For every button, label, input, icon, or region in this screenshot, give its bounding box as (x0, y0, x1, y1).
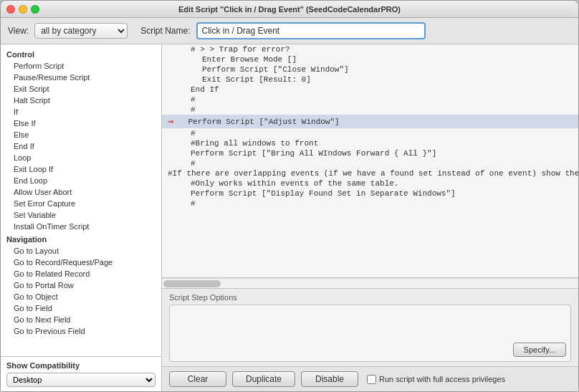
script-line[interactable]: Perform Script ["Bring All WIndows Forwa… (162, 148, 578, 158)
list-item[interactable]: Loop (1, 152, 161, 163)
list-item[interactable]: End Loop (1, 175, 161, 186)
list-item[interactable]: Halt Script (1, 95, 161, 106)
access-privileges-checkbox[interactable] (367, 375, 376, 384)
disable-button[interactable]: Disable (301, 371, 358, 387)
list-item[interactable]: Go to Field (1, 302, 161, 314)
script-editor[interactable]: # > > Trap for error? Enter Browse Mode … (162, 44, 578, 278)
horizontal-scrollbar[interactable] (162, 278, 578, 288)
category-navigation: Navigation (1, 232, 161, 245)
script-line[interactable]: End If (162, 85, 578, 95)
duplicate-button[interactable]: Duplicate (232, 371, 295, 387)
category-control: Control (1, 47, 161, 60)
script-line-selected[interactable]: ⇒Perform Script ["Adjust Window"] (162, 115, 578, 128)
script-line[interactable]: #Only works within events of the same ta… (162, 178, 578, 188)
list-item[interactable]: If (1, 106, 161, 118)
list-item[interactable]: Exit Script (1, 83, 161, 95)
access-privileges-label: Run script with full access privileges (379, 375, 505, 383)
main-area: Control Perform Script Pause/Resume Scri… (1, 44, 578, 391)
list-item[interactable]: Perform Script (1, 60, 161, 72)
right-panel: # > > Trap for error? Enter Browse Mode … (162, 44, 578, 391)
list-item[interactable]: Go to Record/Request/Page (1, 257, 161, 268)
script-list[interactable]: Control Perform Script Pause/Resume Scri… (1, 44, 161, 356)
bottom-bar: Clear Duplicate Disable Run script with … (162, 366, 578, 391)
script-line[interactable]: # (162, 95, 578, 105)
left-panel: Control Perform Script Pause/Resume Scri… (1, 44, 162, 391)
specify-button[interactable]: Specify... (513, 343, 566, 357)
script-line[interactable]: Enter Browse Mode [] (162, 54, 578, 64)
list-item[interactable]: Go to Layout (1, 245, 161, 257)
list-item[interactable]: Install OnTimer Script (1, 221, 161, 232)
view-select[interactable]: all by category all by name favorites (34, 23, 128, 39)
compatibility-section: Show Compatibility Desktop iOS All (1, 356, 161, 391)
traffic-lights (6, 5, 39, 14)
options-label: Script Step Options (169, 293, 571, 302)
script-line[interactable]: #If there are overlapping events (if we … (162, 168, 578, 178)
list-item[interactable]: Go to Next Field (1, 314, 161, 325)
script-line[interactable]: Perform Script ["Close Window"] (162, 64, 578, 75)
script-line[interactable]: # (162, 105, 578, 115)
list-item[interactable]: Allow User Abort (1, 186, 161, 198)
list-item[interactable]: Go to Portal Row (1, 279, 161, 291)
script-line[interactable]: # (162, 158, 578, 168)
list-item[interactable]: Set Error Capture (1, 198, 161, 209)
list-item[interactable]: Go to Related Record (1, 268, 161, 279)
close-button[interactable] (6, 5, 15, 14)
script-line[interactable]: Perform Script ["Display Found Set in Se… (162, 188, 578, 199)
script-name-label: Script Name: (140, 26, 190, 36)
clear-button[interactable]: Clear (169, 371, 226, 387)
options-section: Script Step Options Specify... (162, 288, 578, 366)
access-privileges-wrap: Run script with full access privileges (367, 375, 505, 384)
script-line[interactable]: # > > Trap for error? (162, 44, 578, 54)
list-item[interactable]: Else (1, 129, 161, 140)
script-line[interactable]: # (162, 199, 578, 209)
script-line[interactable]: # (162, 128, 578, 138)
script-name-input[interactable] (196, 22, 426, 39)
list-item[interactable]: Else If (1, 118, 161, 129)
script-line[interactable]: #Bring all windows to front (162, 138, 578, 148)
list-item[interactable]: Pause/Resume Script (1, 72, 161, 83)
view-label: View: (8, 26, 29, 36)
minimize-button[interactable] (19, 5, 27, 14)
list-item[interactable]: Go to Previous Field (1, 325, 161, 337)
toolbar: View: all by category all by name favori… (1, 18, 578, 44)
scrollbar-thumb[interactable] (163, 280, 221, 287)
main-window: Edit Script "Click in / Drag Event" (See… (0, 0, 579, 392)
list-item[interactable]: Go to Object (1, 291, 161, 302)
script-line[interactable]: Exit Script [Result: 0] (162, 75, 578, 85)
list-item[interactable]: End If (1, 140, 161, 152)
compatibility-label: Show Compatibility (6, 361, 155, 370)
list-item[interactable]: Exit Loop If (1, 163, 161, 175)
options-box: Specify... (169, 305, 571, 362)
maximize-button[interactable] (31, 5, 39, 14)
window-title: Edit Script "Click in / Drag Event" (See… (178, 5, 401, 14)
titlebar: Edit Script "Click in / Drag Event" (See… (1, 1, 578, 18)
compatibility-select[interactable]: Desktop iOS All (6, 373, 155, 387)
list-item[interactable]: Set Variable (1, 209, 161, 221)
